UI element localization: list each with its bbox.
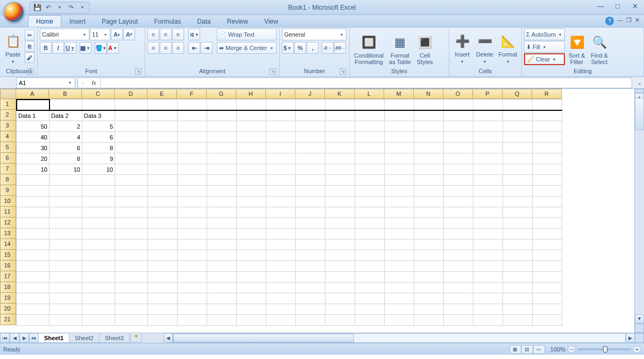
- cell[interactable]: [503, 186, 533, 196]
- cell[interactable]: [503, 175, 533, 186]
- cell[interactable]: [237, 304, 266, 315]
- cell[interactable]: [385, 132, 414, 143]
- cell[interactable]: [473, 121, 503, 132]
- page-break-view-button[interactable]: ▭: [533, 345, 545, 354]
- cell[interactable]: [385, 272, 414, 283]
- cell[interactable]: 10: [17, 164, 49, 175]
- row-header[interactable]: 11: [0, 207, 16, 217]
- cell[interactable]: [178, 175, 207, 186]
- cell[interactable]: [82, 272, 115, 283]
- cell[interactable]: [444, 186, 473, 196]
- cell[interactable]: [266, 164, 296, 175]
- cell[interactable]: [473, 315, 503, 326]
- cell[interactable]: [115, 240, 148, 250]
- cell[interactable]: [503, 293, 533, 304]
- cell[interactable]: [533, 315, 562, 326]
- column-header[interactable]: A: [16, 89, 49, 99]
- font-color-button[interactable]: A▾: [107, 42, 119, 54]
- row-header[interactable]: 21: [0, 314, 16, 325]
- cell[interactable]: [296, 186, 325, 196]
- cell[interactable]: [237, 240, 266, 250]
- cell[interactable]: [473, 186, 503, 196]
- tab-insert[interactable]: Insert: [61, 15, 94, 27]
- cell[interactable]: [148, 175, 178, 186]
- cell[interactable]: [17, 315, 49, 326]
- row-header[interactable]: 19: [0, 293, 16, 304]
- cell[interactable]: [385, 315, 414, 326]
- cell[interactable]: [148, 261, 178, 272]
- cell[interactable]: [207, 272, 237, 283]
- cell[interactable]: [473, 153, 503, 164]
- cell[interactable]: [178, 143, 207, 153]
- cell[interactable]: [473, 261, 503, 272]
- cell[interactable]: [148, 218, 178, 229]
- cell[interactable]: [148, 315, 178, 326]
- cell[interactable]: [148, 304, 178, 315]
- cell[interactable]: [17, 100, 49, 110]
- cell[interactable]: [237, 153, 266, 164]
- row-header[interactable]: 10: [0, 196, 16, 207]
- cell[interactable]: [178, 100, 207, 110]
- cell[interactable]: [533, 164, 562, 175]
- cell[interactable]: [49, 283, 82, 293]
- cell[interactable]: [503, 100, 533, 110]
- cell[interactable]: [385, 143, 414, 153]
- first-sheet-icon[interactable]: ⏮: [0, 333, 10, 343]
- cell[interactable]: [148, 100, 178, 110]
- autosum-button[interactable]: ΣAutoSum▾: [524, 29, 565, 40]
- cell[interactable]: [296, 164, 325, 175]
- cell[interactable]: [533, 153, 562, 164]
- row-header[interactable]: 6: [0, 153, 16, 164]
- cell[interactable]: [237, 229, 266, 240]
- cell[interactable]: [266, 143, 296, 153]
- cell[interactable]: [385, 110, 414, 121]
- cell[interactable]: [17, 250, 49, 261]
- column-header[interactable]: P: [473, 89, 503, 99]
- cell[interactable]: [414, 164, 444, 175]
- cell[interactable]: [473, 283, 503, 293]
- cell[interactable]: [49, 207, 82, 218]
- cell[interactable]: [503, 143, 533, 153]
- cell[interactable]: [17, 186, 49, 196]
- cell[interactable]: [237, 100, 266, 110]
- cell[interactable]: [207, 261, 237, 272]
- cell[interactable]: [49, 175, 82, 186]
- cell[interactable]: [207, 132, 237, 143]
- cell[interactable]: 10: [82, 164, 115, 175]
- cell[interactable]: [49, 315, 82, 326]
- cell[interactable]: [355, 164, 385, 175]
- new-sheet-button[interactable]: ✦: [130, 333, 142, 342]
- cell[interactable]: [444, 229, 473, 240]
- row-header[interactable]: 3: [0, 121, 16, 131]
- find-select-button[interactable]: 🔍Find &Select: [589, 29, 610, 66]
- cell[interactable]: [385, 261, 414, 272]
- row-header[interactable]: 7: [0, 164, 16, 174]
- cell[interactable]: [207, 121, 237, 132]
- cell[interactable]: [533, 229, 562, 240]
- decrease-decimal-button[interactable]: .00←: [334, 42, 346, 54]
- cell[interactable]: [115, 272, 148, 283]
- next-sheet-icon[interactable]: ▶: [19, 333, 29, 343]
- percent-button[interactable]: %: [294, 42, 306, 54]
- cell[interactable]: [473, 304, 503, 315]
- column-header[interactable]: O: [443, 89, 473, 99]
- scroll-down-icon[interactable]: ▼: [635, 314, 644, 323]
- cell[interactable]: [414, 175, 444, 186]
- cell[interactable]: [473, 229, 503, 240]
- cell[interactable]: [148, 110, 178, 121]
- cell[interactable]: Data 1: [17, 110, 49, 121]
- column-header[interactable]: L: [355, 89, 384, 99]
- cell[interactable]: [237, 261, 266, 272]
- cell[interactable]: [444, 100, 473, 110]
- cell[interactable]: [355, 100, 385, 110]
- align-bottom-button[interactable]: ≡: [172, 29, 184, 40]
- cell[interactable]: [17, 229, 49, 240]
- cell[interactable]: [385, 100, 414, 110]
- cell[interactable]: [237, 293, 266, 304]
- copy-button[interactable]: ⎘: [25, 41, 34, 52]
- scroll-left-icon[interactable]: ◀: [164, 333, 173, 343]
- cell[interactable]: [503, 229, 533, 240]
- cell[interactable]: [355, 218, 385, 229]
- row-header[interactable]: 4: [0, 131, 16, 142]
- cell[interactable]: [266, 186, 296, 196]
